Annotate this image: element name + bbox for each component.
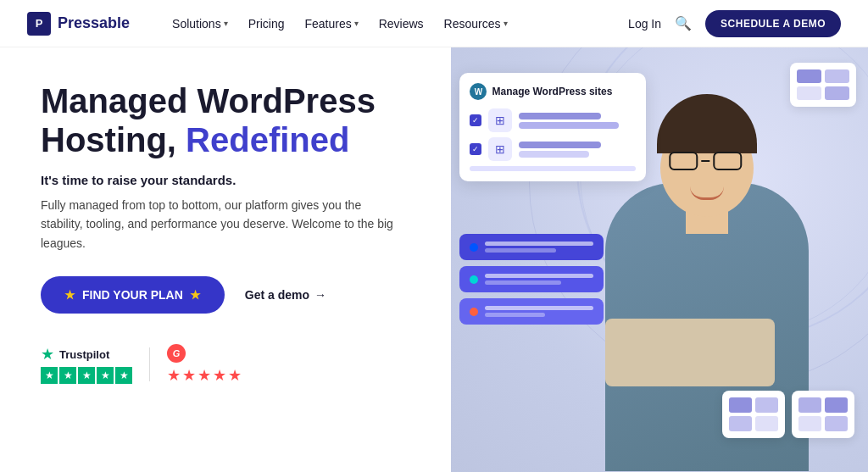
chevron-down-icon: ▾ <box>224 19 228 28</box>
grid-cell <box>755 416 778 431</box>
row-bars-2 <box>519 142 636 158</box>
ratings-section: ★ Trustpilot ★ ★ ★ ★ ★ G ★ ★ <box>41 344 424 385</box>
stack-dot <box>470 275 478 284</box>
card-header: W Manage WordPress sites <box>470 83 636 100</box>
trustpilot-icon: ★ <box>41 345 54 364</box>
card-divider <box>470 166 636 171</box>
bar <box>519 122 618 129</box>
checkbox-icon: ✓ <box>470 143 481 155</box>
nav-actions: Log In 🔍 SCHEDULE A DEMO <box>628 10 841 37</box>
g2-star-2: ★ <box>182 366 196 385</box>
tp-star-5: ★ <box>115 367 132 384</box>
mini-card-2 <box>792 391 854 438</box>
g2-star-1: ★ <box>167 366 181 385</box>
wordpress-icon: W <box>470 83 487 100</box>
nav-resources[interactable]: Resources ▾ <box>436 12 516 36</box>
grid-cell <box>825 86 849 100</box>
grid-cell <box>755 397 778 413</box>
checkbox-icon: ✓ <box>470 114 481 126</box>
schedule-demo-button[interactable]: SCHEDULE A DEMO <box>705 10 841 37</box>
mini-grid <box>729 397 778 431</box>
stack-lines <box>485 274 593 285</box>
grid-cell <box>729 397 752 413</box>
nav-features[interactable]: Features ▾ <box>296 12 366 36</box>
hero-description: Fully managed from top to bottom, our pl… <box>41 196 397 253</box>
stack-cards <box>459 234 604 325</box>
line <box>485 280 561 285</box>
stack-dot <box>470 243 478 252</box>
person-hair <box>657 94 757 153</box>
hero-cta: ★ FIND YOUR PLAN ★ Get a demo → <box>41 276 424 314</box>
tp-star-3: ★ <box>78 367 95 384</box>
stack-card-2 <box>459 266 604 292</box>
hero-right: W Manage WordPress sites ✓ ⊞ ✓ ⊞ <box>451 47 868 472</box>
top-right-card <box>790 63 856 107</box>
g2-star-5: ★ <box>228 366 242 385</box>
g2-rating: G ★ ★ ★ ★ ★ <box>167 344 242 385</box>
hero-title-accent: Redefined <box>186 121 349 158</box>
g2-stars: ★ ★ ★ ★ ★ <box>167 366 242 385</box>
grid-cell <box>797 86 821 100</box>
navigation: P Pressable Solutions ▾ Pricing Features… <box>0 0 868 47</box>
top-mini-grid <box>797 69 849 100</box>
grid-cell <box>825 416 848 431</box>
line <box>485 242 593 246</box>
logo-icon: P <box>27 12 51 36</box>
nav-reviews[interactable]: Reviews <box>370 12 432 36</box>
find-plan-button[interactable]: ★ FIND YOUR PLAN ★ <box>41 276 225 314</box>
bar <box>519 142 601 148</box>
row-icon-1: ⊞ <box>488 108 512 132</box>
person-glasses <box>669 152 742 170</box>
grid-cell <box>825 69 849 83</box>
hero-subtitle: It's time to raise your standards. <box>41 173 424 187</box>
grid-cell <box>825 397 848 413</box>
hero-title: Managed WordPress Hosting, Redefined <box>41 81 424 159</box>
tp-star-2: ★ <box>59 367 76 384</box>
trustpilot-stars: ★ ★ ★ ★ ★ <box>41 367 132 384</box>
stack-card-1 <box>459 234 604 260</box>
manage-wp-card: W Manage WordPress sites ✓ ⊞ ✓ ⊞ <box>459 73 646 181</box>
nav-solutions[interactable]: Solutions ▾ <box>164 12 236 36</box>
mini-card-1 <box>722 391 785 438</box>
card-row-1: ✓ ⊞ <box>470 108 636 132</box>
card-title: Manage WordPress sites <box>492 86 612 97</box>
bar <box>519 151 589 158</box>
stack-lines <box>485 306 593 317</box>
row-bars-1 <box>519 113 636 129</box>
hero-left: Managed WordPress Hosting, Redefined It'… <box>0 47 451 472</box>
search-icon[interactable]: 🔍 <box>671 12 695 35</box>
get-demo-link[interactable]: Get a demo → <box>245 288 326 302</box>
mini-grid <box>798 397 848 431</box>
g2-star-3: ★ <box>198 366 211 385</box>
laptop <box>605 319 775 386</box>
line <box>485 274 593 278</box>
g2-star-4: ★ <box>213 366 226 385</box>
stack-dot <box>470 308 478 316</box>
ratings-divider <box>149 347 150 381</box>
bottom-cards <box>722 391 854 438</box>
stack-lines <box>485 242 593 253</box>
grid-cell <box>798 397 821 413</box>
grid-cell <box>729 416 752 431</box>
stack-card-3 <box>459 298 604 325</box>
bar <box>519 113 601 119</box>
card-row-2: ✓ ⊞ <box>470 137 636 161</box>
brand-name: Pressable <box>58 14 130 32</box>
nav-links: Solutions ▾ Pricing Features ▾ Reviews R… <box>164 12 628 36</box>
star-icon-right: ★ <box>190 288 201 302</box>
trustpilot-rating: ★ Trustpilot ★ ★ ★ ★ ★ <box>41 345 132 384</box>
login-link[interactable]: Log In <box>628 17 661 31</box>
grid-cell <box>798 416 821 431</box>
row-icon-2: ⊞ <box>488 137 512 161</box>
star-icon-left: ★ <box>64 288 75 302</box>
trustpilot-label: Trustpilot <box>59 348 109 361</box>
chevron-down-icon: ▾ <box>504 19 508 28</box>
grid-cell <box>797 69 821 83</box>
hero-section: Managed WordPress Hosting, Redefined It'… <box>0 47 868 472</box>
line <box>485 313 544 317</box>
logo[interactable]: P Pressable <box>27 12 130 36</box>
nav-pricing[interactable]: Pricing <box>240 12 293 36</box>
g2-badge: G <box>167 344 186 363</box>
chevron-down-icon: ▾ <box>354 19 359 28</box>
line <box>485 248 555 253</box>
